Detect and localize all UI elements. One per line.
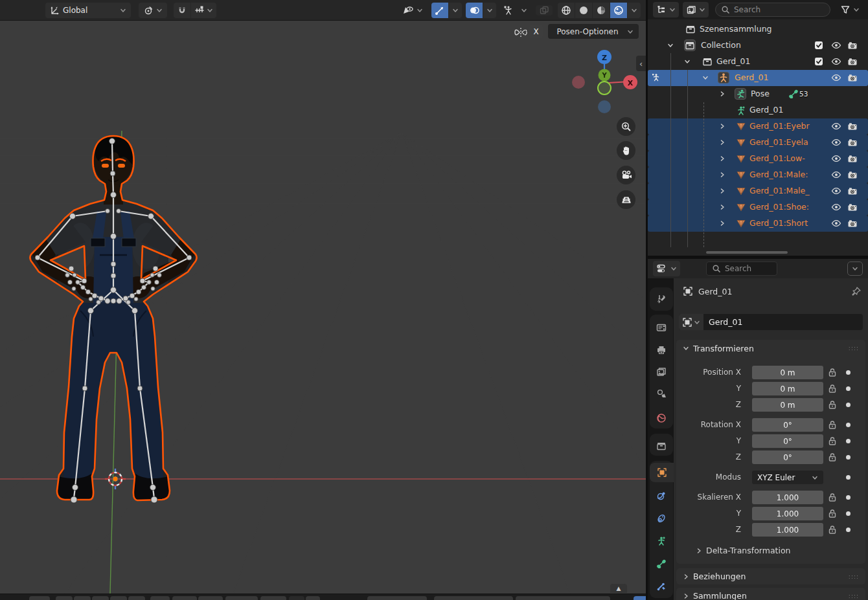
value-field[interactable]: 0 m xyxy=(752,382,823,395)
lock-open-icon[interactable] xyxy=(828,525,837,535)
eye-icon[interactable] xyxy=(831,187,841,195)
show-gizmo-toggle[interactable] xyxy=(431,3,448,18)
properties-tab-collection[interactable] xyxy=(650,436,673,456)
timeline-expand-button[interactable]: ▲ xyxy=(610,584,627,593)
chevron-right-icon[interactable] xyxy=(719,123,725,129)
show-overlays-toggle[interactable] xyxy=(466,3,483,18)
shading-material-button[interactable] xyxy=(593,3,610,18)
timeline-button-top[interactable] xyxy=(198,596,223,600)
drag-handle-icon[interactable]: :::: xyxy=(849,345,859,351)
outliner-row-gerd-01-shoe-[interactable]: Gerd_01:Shoe: xyxy=(648,199,868,216)
camera-icon[interactable] xyxy=(847,171,858,179)
outliner-row-gerd-01-eyela[interactable]: Gerd_01:Eyela xyxy=(648,135,868,151)
outliner-row-gerd-01[interactable]: Gerd_01 xyxy=(648,70,868,86)
camera-icon[interactable] xyxy=(847,203,858,212)
timeline-button-top[interactable] xyxy=(634,596,646,600)
chevron-down-icon[interactable] xyxy=(667,42,674,49)
outliner-row-gerd-01-low-[interactable]: Gerd_01:Low- xyxy=(648,151,868,167)
properties-tab-world[interactable] xyxy=(650,408,673,428)
timeline-button-top[interactable] xyxy=(289,596,304,600)
relations-panel-header[interactable]: Beziehungen :::: xyxy=(676,568,865,584)
shading-wireframe-button[interactable] xyxy=(558,3,575,18)
lock-open-icon[interactable] xyxy=(828,368,837,377)
timeline-button-top[interactable] xyxy=(367,596,427,600)
animate-dot[interactable] xyxy=(846,528,851,532)
outliner-row-gerd-01[interactable]: Gerd_01 xyxy=(648,54,868,70)
camera-icon[interactable] xyxy=(847,122,858,131)
orthographic-button[interactable] xyxy=(617,190,635,209)
navigation-gizmo[interactable]: Y Z X xyxy=(567,47,641,118)
pin-icon[interactable] xyxy=(851,286,862,296)
chevron-right-icon[interactable] xyxy=(719,204,725,210)
lock-open-icon[interactable] xyxy=(828,384,837,394)
properties-tab-scene[interactable] xyxy=(650,384,673,403)
properties-tab-view-layer[interactable] xyxy=(650,362,673,381)
timeline-button-top[interactable] xyxy=(74,596,91,600)
eye-icon[interactable] xyxy=(831,58,841,65)
camera-icon[interactable] xyxy=(847,219,858,228)
timeline-button-top[interactable] xyxy=(29,596,50,600)
properties-tab-bone-constraint[interactable] xyxy=(650,577,673,596)
timeline-button-top[interactable] xyxy=(225,596,258,600)
value-field[interactable]: 0° xyxy=(752,450,823,464)
gizmo-options-dropdown[interactable] xyxy=(449,3,462,18)
character-gerd[interactable] xyxy=(26,109,201,523)
filter-dropdown[interactable] xyxy=(837,2,863,17)
properties-tab-tool[interactable] xyxy=(650,289,673,309)
editor-type-dropdown[interactable] xyxy=(653,261,680,276)
overlays-options-dropdown[interactable] xyxy=(483,3,496,18)
outliner-row-collection[interactable]: Collection xyxy=(648,38,868,54)
drag-handle-icon[interactable]: :::: xyxy=(849,593,859,599)
value-field[interactable]: 0° xyxy=(752,434,823,448)
timeline-button-top[interactable] xyxy=(128,596,145,600)
timeline-button-top[interactable] xyxy=(150,596,170,600)
timeline-button-top[interactable] xyxy=(56,596,73,600)
rotation-mode-dropdown[interactable]: XYZ Euler xyxy=(752,471,823,484)
timeline-button-top[interactable] xyxy=(306,596,320,600)
timeline-button-top[interactable] xyxy=(516,596,610,600)
value-field[interactable]: 1.000 xyxy=(752,507,823,520)
shading-rendered-button[interactable] xyxy=(610,3,627,18)
value-field[interactable]: 1.000 xyxy=(752,491,823,504)
mirror-x-toggle[interactable]: X xyxy=(529,25,543,38)
outliner-row-gerd-01[interactable]: Gerd_01 xyxy=(648,102,868,118)
pose-options-dropdown[interactable]: Posen-Optionen xyxy=(548,24,639,39)
lock-open-icon[interactable] xyxy=(828,509,837,518)
value-field[interactable]: 0 m xyxy=(752,366,823,379)
outliner-row-gerd-01-male-[interactable]: Gerd_01:Male_ xyxy=(648,183,868,199)
camera-icon[interactable] xyxy=(847,41,858,50)
animate-dot[interactable] xyxy=(846,455,851,460)
sidebar-collapse-tab[interactable]: ‹ xyxy=(636,56,646,71)
properties-tab-armature-data[interactable] xyxy=(650,531,673,551)
camera-view-button[interactable] xyxy=(617,166,635,184)
value-field[interactable]: 0° xyxy=(752,418,823,432)
snap-toggle-button[interactable] xyxy=(174,3,190,18)
camera-icon[interactable] xyxy=(847,155,858,163)
pivot-point-dropdown[interactable] xyxy=(139,3,167,18)
toggle-xray-button[interactable] xyxy=(536,5,553,16)
object-id-dropdown[interactable] xyxy=(679,314,703,330)
drag-handle-icon[interactable]: :::: xyxy=(849,573,859,580)
object-name-field[interactable]: Gerd_01 xyxy=(679,314,863,330)
chevron-right-icon[interactable] xyxy=(719,91,725,97)
eye-icon[interactable] xyxy=(831,219,841,227)
camera-icon[interactable] xyxy=(847,58,858,66)
transform-panel-header[interactable]: Transformieren :::: xyxy=(676,340,865,357)
object-type-visibility-dropdown[interactable] xyxy=(398,3,428,18)
eye-icon[interactable] xyxy=(831,41,841,49)
transform-orientation-dropdown[interactable]: Global xyxy=(45,3,131,18)
chevron-down-icon[interactable] xyxy=(684,58,691,65)
eye-icon[interactable] xyxy=(831,139,841,146)
eye-icon[interactable] xyxy=(831,155,841,162)
value-field[interactable]: 1.000 xyxy=(752,523,823,537)
outliner-row-gerd-01-eyebr[interactable]: Gerd_01:Eyebr xyxy=(648,118,868,135)
chevron-right-icon[interactable] xyxy=(719,172,725,178)
animate-dot[interactable] xyxy=(846,439,851,443)
eye-icon[interactable] xyxy=(831,203,841,211)
lock-open-icon[interactable] xyxy=(828,493,837,502)
timeline-button-top[interactable] xyxy=(434,596,513,600)
lock-open-icon[interactable] xyxy=(828,400,837,410)
outliner-row-pose[interactable]: Pose53 xyxy=(648,86,868,102)
properties-tab-render[interactable] xyxy=(650,318,673,337)
snap-settings-dropdown[interactable] xyxy=(191,3,216,18)
